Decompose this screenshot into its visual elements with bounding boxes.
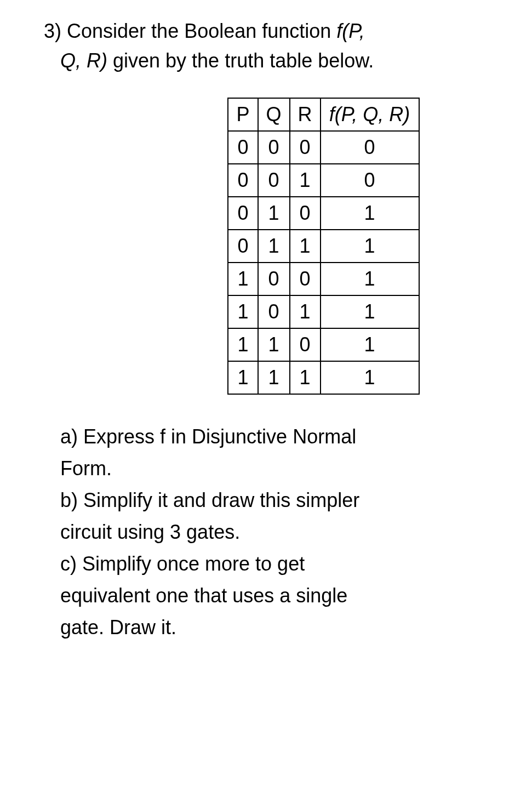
cell-p: 0	[228, 230, 258, 263]
cell-f: 0	[321, 164, 419, 197]
cell-q: 1	[258, 230, 290, 263]
cell-p: 1	[228, 328, 258, 361]
cell-f: 1	[321, 328, 419, 361]
cell-r: 1	[290, 361, 321, 394]
part-c-line-3: gate. Draw it.	[60, 613, 510, 642]
part-b-line-2: circuit using 3 gates.	[60, 517, 510, 547]
part-c-line-2: equivalent one that uses a single	[60, 581, 510, 611]
cell-p: 0	[228, 164, 258, 197]
table-row: 1 0 0 1	[228, 263, 419, 295]
cell-q: 1	[258, 197, 290, 230]
cell-p: 0	[228, 131, 258, 164]
cell-p: 1	[228, 263, 258, 295]
question-number: 3)	[44, 20, 61, 42]
cell-f: 1	[321, 197, 419, 230]
table-header-row: P Q R f(P, Q, R)	[228, 98, 419, 131]
question-parts: a) Express f in Disjunctive Normal Form.…	[60, 422, 510, 642]
table-row: 1 1 1 1	[228, 361, 419, 394]
table-row: 0 0 1 0	[228, 164, 419, 197]
header-r: R	[290, 98, 321, 131]
question-intro: 3) Consider the Boolean function f(P, Q,…	[44, 16, 510, 76]
cell-q: 0	[258, 164, 290, 197]
header-q: Q	[258, 98, 290, 131]
cell-f: 1	[321, 361, 419, 394]
cell-r: 1	[290, 164, 321, 197]
page: 3) Consider the Boolean function f(P, Q,…	[0, 0, 532, 666]
cell-r: 1	[290, 230, 321, 263]
cell-q: 1	[258, 361, 290, 394]
cell-f: 1	[321, 230, 419, 263]
intro-line-2: Q, R) given by the truth table below.	[60, 46, 510, 76]
table-row: 0 1 1 1	[228, 230, 419, 263]
part-b-line-1: b) Simplify it and draw this simpler	[60, 486, 510, 515]
cell-r: 0	[290, 131, 321, 164]
part-c-line-1: c) Simplify once more to get	[60, 549, 510, 579]
intro-fn-1: f(P,	[336, 20, 364, 42]
truth-table: P Q R f(P, Q, R) 0 0 0 0 0 0 1 0	[227, 98, 419, 395]
table-row: 1 0 1 1	[228, 295, 419, 328]
intro-line-1: 3) Consider the Boolean function f(P,	[44, 16, 510, 46]
part-a-line-1: a) Express f in Disjunctive Normal	[60, 422, 510, 452]
header-f: f(P, Q, R)	[321, 98, 419, 131]
table-row: 0 1 0 1	[228, 197, 419, 230]
cell-f: 0	[321, 131, 419, 164]
intro-text-2: given by the truth table below.	[107, 49, 374, 72]
cell-q: 1	[258, 328, 290, 361]
cell-r: 0	[290, 328, 321, 361]
intro-text-1: Consider the Boolean function	[67, 20, 336, 42]
intro-fn-2: Q, R)	[60, 49, 107, 72]
cell-q: 0	[258, 131, 290, 164]
truth-table-wrap: P Q R f(P, Q, R) 0 0 0 0 0 0 1 0	[137, 98, 510, 395]
cell-f: 1	[321, 295, 419, 328]
table-row: 0 0 0 0	[228, 131, 419, 164]
part-a-line-2: Form.	[60, 454, 510, 483]
header-p: P	[228, 98, 258, 131]
cell-p: 0	[228, 197, 258, 230]
cell-p: 1	[228, 295, 258, 328]
table-row: 1 1 0 1	[228, 328, 419, 361]
cell-q: 0	[258, 295, 290, 328]
cell-r: 0	[290, 263, 321, 295]
cell-r: 0	[290, 197, 321, 230]
cell-f: 1	[321, 263, 419, 295]
cell-p: 1	[228, 361, 258, 394]
cell-r: 1	[290, 295, 321, 328]
cell-q: 0	[258, 263, 290, 295]
